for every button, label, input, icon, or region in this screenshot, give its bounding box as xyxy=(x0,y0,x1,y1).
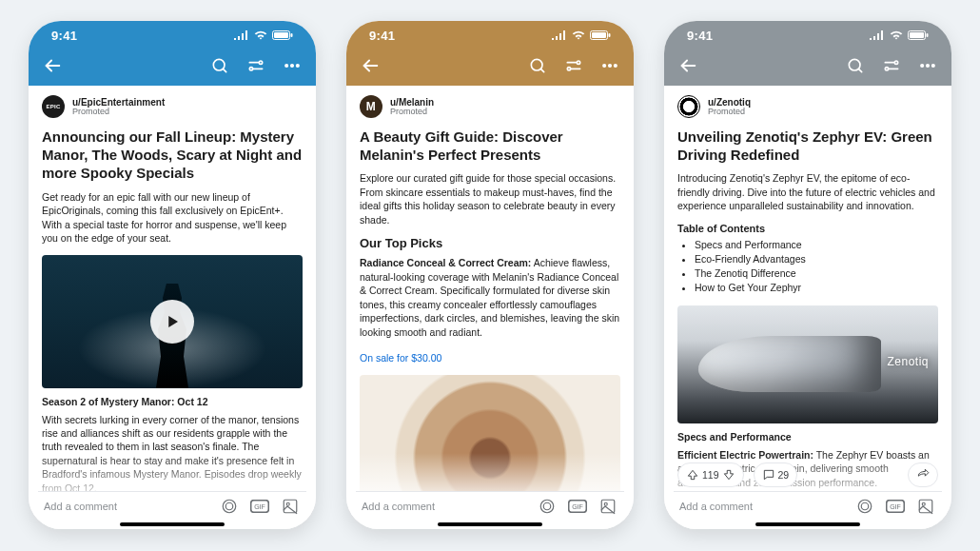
phone-mockup-row: 9:41 EPIC xyxy=(0,0,980,550)
svg-point-37 xyxy=(927,65,930,68)
svg-point-7 xyxy=(291,65,294,68)
svg-point-5 xyxy=(249,68,252,70)
svg-rect-31 xyxy=(910,32,924,38)
toc-heading: Table of Contents xyxy=(677,223,938,234)
hero-image[interactable]: Zenotiq xyxy=(677,305,938,423)
vote-pill[interactable]: 119 xyxy=(677,462,744,487)
vote-count: 119 xyxy=(702,469,719,481)
search-button[interactable] xyxy=(209,55,230,76)
downvote-icon xyxy=(722,468,735,482)
wifi-icon xyxy=(572,30,585,40)
more-button[interactable] xyxy=(917,55,938,76)
svg-text:GIF: GIF xyxy=(254,503,265,510)
svg-point-6 xyxy=(285,65,288,68)
post-intro: Introducing Zenotiq's Zephyr EV, the epi… xyxy=(677,171,938,212)
sticker-icon[interactable] xyxy=(854,496,875,517)
status-bar: 9:41 xyxy=(664,21,951,49)
post-title: A Beauty Gift Guide: Discover Melanin's … xyxy=(360,128,620,164)
share-pill[interactable] xyxy=(908,462,938,487)
post-header[interactable]: M u/Melanin Promoted xyxy=(360,86,620,118)
comment-bar: Add a comment GIF xyxy=(674,491,942,520)
sort-button[interactable] xyxy=(881,55,902,76)
promoted-label: Promoted xyxy=(390,108,434,117)
play-icon xyxy=(150,300,194,344)
action-bar: 119 29 xyxy=(677,462,938,487)
more-button[interactable] xyxy=(599,55,620,76)
svg-point-36 xyxy=(921,65,924,68)
svg-text:GIF: GIF xyxy=(890,503,901,510)
price-link[interactable]: On sale for $30.00 xyxy=(360,352,441,364)
toc-item[interactable]: The Zenotiq Difference xyxy=(695,266,938,281)
post-header[interactable]: u/Zenotiq Promoted xyxy=(677,86,938,118)
poster-name: u/Melanin xyxy=(390,97,434,108)
svg-point-21 xyxy=(603,65,606,68)
app-header: 9:41 xyxy=(346,21,634,86)
search-button[interactable] xyxy=(845,55,866,76)
avatar: M xyxy=(360,95,382,118)
more-button[interactable] xyxy=(282,55,303,76)
video-thumbnail[interactable] xyxy=(42,255,303,388)
svg-rect-16 xyxy=(592,32,606,38)
wifi-icon xyxy=(890,30,903,40)
image-attach-icon[interactable] xyxy=(280,496,301,517)
avatar xyxy=(677,95,700,118)
svg-point-35 xyxy=(885,68,888,70)
image-attach-icon[interactable] xyxy=(598,496,618,517)
feature-name: Efficient Electric Powertrain: xyxy=(677,449,813,461)
phone-melanin: 9:41 M u/Melanin xyxy=(346,21,634,529)
upvote-icon xyxy=(686,468,699,482)
nav-bar xyxy=(29,49,316,86)
post-intro: Get ready for an epic fall with our new … xyxy=(42,190,303,246)
image-attach-icon[interactable] xyxy=(915,496,936,517)
gif-icon[interactable]: GIF xyxy=(567,496,588,517)
nav-bar xyxy=(664,49,951,86)
share-icon xyxy=(916,468,930,482)
home-indicator xyxy=(438,522,542,526)
gif-icon[interactable]: GIF xyxy=(885,496,906,517)
image-brand-overlay: Zenotiq xyxy=(887,355,929,368)
toc-item[interactable]: Specs and Performance xyxy=(695,238,938,252)
svg-rect-17 xyxy=(609,33,611,37)
signal-icon xyxy=(552,30,567,40)
svg-point-25 xyxy=(543,502,551,510)
svg-point-29 xyxy=(604,502,607,505)
post-content: EPIC u/EpicEntertainment Promoted Announ… xyxy=(29,86,316,529)
post-title: Unveiling Zenotiq's Zephyr EV: Green Dri… xyxy=(677,128,938,164)
product-name: Radiance Conceal & Correct Cream: xyxy=(360,257,531,268)
status-time: 9:41 xyxy=(51,29,77,43)
wifi-icon xyxy=(254,30,267,40)
svg-point-10 xyxy=(225,502,233,510)
section-heading: Our Top Picks xyxy=(360,236,620,250)
avatar: EPIC xyxy=(42,95,65,118)
gif-icon[interactable]: GIF xyxy=(249,496,270,517)
comment-input[interactable]: Add a comment xyxy=(362,501,435,512)
svg-point-4 xyxy=(259,61,262,64)
svg-point-14 xyxy=(286,502,289,505)
comment-input[interactable]: Add a comment xyxy=(679,501,753,512)
post-body: With secrets lurking in every corner of … xyxy=(42,413,303,496)
svg-point-24 xyxy=(540,500,554,513)
sort-button[interactable] xyxy=(563,55,584,76)
back-button[interactable] xyxy=(677,55,698,76)
svg-rect-1 xyxy=(274,32,288,38)
comment-icon xyxy=(762,468,775,482)
section-heading: Specs and Performance xyxy=(677,431,938,443)
sticker-icon[interactable] xyxy=(537,496,558,517)
toc-item[interactable]: How to Get Your Zephyr xyxy=(695,281,938,295)
svg-point-20 xyxy=(567,68,570,70)
app-header: 9:41 xyxy=(29,21,316,86)
toc-item[interactable]: Eco-Friendly Advantages xyxy=(695,252,938,266)
app-header: 9:41 xyxy=(664,21,951,86)
back-button[interactable] xyxy=(42,55,63,76)
comments-pill[interactable]: 29 xyxy=(754,462,798,487)
search-button[interactable] xyxy=(527,55,548,76)
post-header[interactable]: EPIC u/EpicEntertainment Promoted xyxy=(42,86,303,118)
product-blurb: Radiance Conceal & Correct Cream: Achiev… xyxy=(360,256,620,339)
back-button[interactable] xyxy=(360,55,381,76)
status-icons xyxy=(234,30,293,40)
sort-button[interactable] xyxy=(245,55,266,76)
comment-input[interactable]: Add a comment xyxy=(44,501,117,512)
svg-point-34 xyxy=(894,61,897,64)
promoted-label: Promoted xyxy=(708,108,751,117)
sticker-icon[interactable] xyxy=(219,496,240,517)
